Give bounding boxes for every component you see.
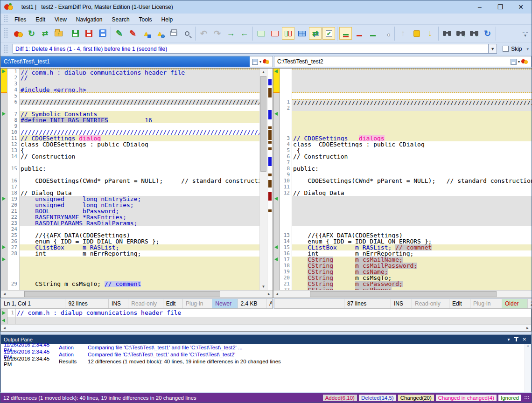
grid-view-icon[interactable]	[295, 27, 308, 40]
diff-arrow-icon[interactable]	[2, 197, 6, 201]
code-line[interactable]: 6///////////////////////////////////////…	[7, 99, 259, 105]
inspector-hscrollbar[interactable]: ◄ ►	[1, 324, 531, 331]
code-line[interactable]: 3	[7, 81, 259, 87]
diff-map-mark[interactable]	[268, 79, 272, 85]
diff-arrow-icon[interactable]	[274, 69, 278, 73]
pin-icon[interactable]	[516, 337, 517, 341]
next-block-icon[interactable]: ↓	[424, 27, 436, 40]
code-line[interactable]: 16 CDOESettings(CWnd* pParent = NULL); /…	[7, 178, 259, 184]
save-diffs-as-icon[interactable]: ▲	[154, 27, 166, 40]
scroll-left-icon[interactable]: ◄	[1, 291, 8, 298]
menu-item-help[interactable]: Help	[157, 15, 178, 24]
code-line[interactable]: 18// Dialog Data	[7, 190, 259, 196]
diff-arrow-icon[interactable]	[2, 112, 6, 116]
menu-item-edit[interactable]: Edit	[31, 15, 50, 24]
code-line[interactable]: 6// Construction	[280, 153, 532, 160]
code-line[interactable]: 9	[7, 123, 259, 129]
code-line[interactable]: 14 enum { IDD = IDD_DIAL_ON_ERRORS };	[280, 238, 532, 244]
show-different-icon[interactable]	[268, 27, 281, 40]
toolbar-grip[interactable]	[3, 28, 8, 40]
filter-find-icon[interactable]	[380, 27, 392, 40]
menu-item-search[interactable]: Search	[107, 15, 134, 24]
output-log-row[interactable]: 11/26/2016 2:34:45 PMResults12 differenc…	[1, 358, 531, 365]
output-vscrollbar[interactable]: ▲	[525, 344, 531, 392]
right-compare-icon[interactable]	[521, 58, 529, 65]
code-line[interactable]: 4class CDOESettings : public CDialog	[280, 141, 532, 147]
code-line[interactable]: 10//////////////////////////////////////…	[7, 129, 259, 135]
code-line[interactable]: 12class CDOESettings : public CDialog	[7, 141, 259, 147]
scrollbar-thumb[interactable]	[24, 291, 220, 297]
menu-item-files[interactable]: Files	[10, 15, 31, 24]
filter-both-icon[interactable]	[339, 27, 352, 40]
skip-checkbox[interactable]: Skip	[503, 46, 522, 52]
combo-dropdown-icon[interactable]: ▼	[488, 44, 497, 53]
code-line[interactable]: 14// Construction	[7, 153, 259, 160]
swap-panes-icon[interactable]: ⇄	[39, 27, 51, 40]
scrollbar-thumb[interactable]	[260, 76, 266, 172]
diff-map-mark[interactable]	[268, 88, 272, 97]
diff-arrow-icon[interactable]	[274, 257, 278, 261]
combobar-grip[interactable]	[3, 44, 8, 53]
code-line[interactable]	[7, 172, 259, 178]
diff-map-mark[interactable]	[268, 141, 272, 144]
code-line[interactable]: 15 CListBox m_RASList; // commnet	[280, 244, 532, 250]
sync-scroll-icon[interactable]: ⇄	[309, 27, 322, 40]
code-area[interactable]: 1// comm.h : dialup communications heade…	[7, 69, 259, 290]
output-close-icon[interactable]: ✕	[523, 337, 526, 342]
diff-selector-combo[interactable]: Diff 1: Delete 4 lines (1 - 4, first fil…	[13, 44, 497, 54]
code-line[interactable]: 21 BOOL bPassword;	[7, 208, 259, 214]
code-line[interactable]	[280, 196, 532, 202]
diff-map-mark[interactable]	[268, 192, 272, 201]
close-button[interactable]: ✕	[517, 3, 525, 11]
find-prev-icon[interactable]: ←	[468, 27, 480, 40]
scroll-up-icon[interactable]: ▲	[260, 69, 267, 76]
scroll-down-icon[interactable]: ▼	[260, 283, 267, 290]
scroll-left-icon[interactable]: ◄	[1, 325, 8, 331]
code-line[interactable]	[280, 111, 532, 117]
checkbox-icon[interactable]	[503, 46, 509, 52]
horizontal-scrollbar[interactable]: ◄►	[273, 290, 532, 298]
undo-icon[interactable]: ↶	[197, 27, 210, 40]
code-line[interactable]: 19 unsigned long nEntrySize;	[7, 196, 259, 202]
code-line[interactable]: 3// CDOESettings dialogs	[280, 135, 532, 141]
combobar-overflow-icon[interactable]: ▾	[526, 47, 529, 51]
code-line[interactable]	[7, 257, 259, 263]
code-line[interactable]: 15public:	[7, 166, 259, 172]
code-line[interactable]: 2	[280, 105, 532, 111]
code-line[interactable]	[280, 202, 532, 208]
diff-arrow-icon[interactable]	[2, 245, 6, 249]
print-preview-icon[interactable]	[181, 27, 193, 40]
edit-second-icon[interactable]: ✎	[126, 27, 139, 40]
split-view-icon[interactable]	[282, 27, 294, 40]
code-line[interactable]: 1// comm.h : dialup communications heade…	[7, 69, 259, 75]
diff-count-badge[interactable]: Ignored	[498, 395, 521, 401]
diff-map-mark[interactable]	[268, 209, 272, 212]
code-line[interactable]: 19 CString m_csName;	[280, 269, 532, 275]
code-line[interactable]	[280, 220, 532, 226]
menu-item-navigation[interactable]: Navigation	[71, 15, 107, 24]
code-line[interactable]: 8public:	[280, 166, 532, 172]
code-line[interactable]	[7, 160, 259, 166]
code-line[interactable]: 22 RASENTRYNAME *RasEntries;	[7, 214, 259, 220]
code-line[interactable]: 5	[7, 93, 259, 99]
code-line[interactable]: 21 CString m_csPassword;	[280, 281, 532, 287]
code-line[interactable]: 27 CListBox m_RASList;	[7, 244, 259, 250]
compare-again-icon[interactable]: ↻	[481, 27, 494, 40]
scroll-right-icon[interactable]: ►	[524, 325, 531, 331]
code-line[interactable]: 28 int m_nErrReporting;	[7, 250, 259, 257]
right-save-dropdown-icon[interactable]: ▾	[518, 60, 520, 64]
code-line[interactable]: 2//	[7, 75, 259, 81]
diff-map-mark[interactable]	[268, 126, 272, 129]
next-diff-icon[interactable]: →	[224, 27, 237, 40]
code-line[interactable]	[280, 123, 532, 129]
auto-recompare-icon[interactable]: ✔	[322, 27, 335, 40]
edit-first-icon[interactable]: ✎	[113, 27, 126, 40]
code-line[interactable]: 13{	[7, 147, 259, 153]
code-line[interactable]: 29 CString m_csMsgTo; // comment	[7, 281, 259, 287]
code-line[interactable]: 11// CDOESettings dialog	[7, 135, 259, 141]
code-line[interactable]	[280, 117, 532, 123]
code-line[interactable]: 10 CDOESettings(CWnd* pParent = NULL); /…	[280, 178, 532, 184]
scrollbar-thumb[interactable]	[310, 291, 497, 297]
code-line[interactable]	[280, 129, 532, 135]
diff-count-badge[interactable]: Changed in changed(4)	[436, 395, 497, 401]
